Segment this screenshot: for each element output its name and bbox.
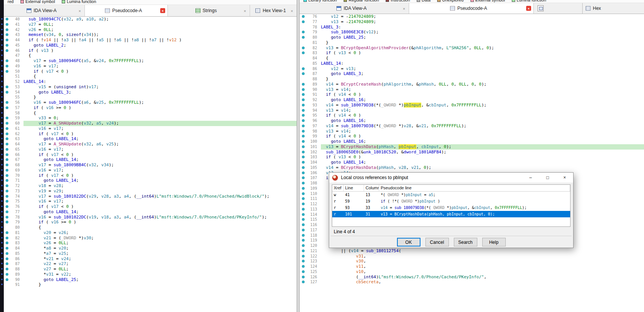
breakpoint-dot[interactable] [302, 36, 305, 39]
code-text[interactable]: goto LABEL_14; [23, 209, 297, 215]
breakpoint-dot[interactable] [6, 252, 8, 255]
tab-pseudocode-a[interactable]: Pseudocode-A× [85, 5, 168, 16]
code-text[interactable]: v13 = v14; [321, 87, 644, 92]
code-text[interactable]: v16 = v17; [23, 199, 297, 204]
code-text[interactable]: sub_180065DE0(&unk_18018C520, &dword_180… [321, 150, 644, 155]
breakpoint-dot[interactable] [6, 65, 8, 67]
xref-row[interactable]: r5919if ( !*(_QWORD *)pbInput ) [332, 198, 570, 204]
breakpoint-dot[interactable] [6, 273, 8, 276]
code-text[interactable]: v16 = v17; [23, 168, 297, 173]
breakpoint-dot[interactable] [302, 229, 305, 231]
breakpoint-dot[interactable] [302, 47, 305, 49]
code-text[interactable]: v10, [321, 269, 644, 275]
code-text[interactable]: if ( v16 >= 0 ) [23, 220, 297, 225]
breakpoint-dot[interactable] [6, 106, 8, 109]
code-text[interactable]: goto LABEL_2; [23, 43, 297, 48]
code-text[interactable]: if ( v17 < 0 ) [23, 204, 297, 209]
code-text[interactable]: v20 = v26; [23, 230, 297, 236]
breakpoint-dot[interactable] [6, 18, 8, 20]
breakpoint-dot[interactable] [6, 184, 8, 187]
breakpoint-dot[interactable] [302, 125, 305, 127]
breakpoint-dot[interactable] [6, 278, 8, 281]
xref-dialog-titlebar[interactable]: Local cross references to pbInput –□× [329, 173, 573, 183]
tab-close-button[interactable]: × [242, 8, 247, 13]
breakpoint-dot[interactable] [302, 172, 305, 174]
breakpoint-dot[interactable] [6, 70, 8, 73]
breakpoint-dot[interactable] [302, 20, 305, 23]
code-text[interactable]: } [23, 282, 297, 287]
code-text[interactable]: goto LABEL_25; [321, 35, 644, 40]
code-text[interactable]: v17 = sub_18009BB4C(v32, v34); [23, 162, 297, 168]
breakpoint-dot[interactable] [302, 182, 305, 184]
code-text[interactable]: v18 = v28; [23, 183, 297, 189]
help-button[interactable]: Help [482, 238, 506, 246]
breakpoint-dot[interactable] [6, 23, 8, 26]
breakpoint-dot[interactable] [6, 190, 8, 192]
code-text[interactable]: memset(v34, 0, sizeof(v34)); [23, 32, 297, 37]
code-text[interactable]: LABEL_3: [321, 25, 644, 30]
code-text[interactable]: { [23, 225, 297, 230]
code-text[interactable]: v19 = v29; [23, 189, 297, 194]
breakpoint-dot[interactable] [302, 250, 305, 252]
breakpoint-dot[interactable] [6, 127, 8, 130]
code-text[interactable]: goto LABEL_14; [23, 157, 297, 162]
breakpoint-dot[interactable] [302, 276, 305, 278]
code-text[interactable]: v26 = 0LL; [23, 240, 297, 246]
code-text[interactable]: if ( v17 < 0 ) [23, 173, 297, 178]
code-text[interactable]: v15 = (unsigned int)v17; [23, 84, 297, 90]
code-text[interactable]: v14 = BCryptCreateHash(phAlgorithm, &phH… [321, 82, 644, 87]
breakpoint-dot[interactable] [302, 166, 305, 169]
close-button[interactable]: × [556, 173, 573, 183]
breakpoint-dot[interactable] [6, 39, 8, 41]
breakpoint-dot[interactable] [6, 268, 8, 270]
breakpoint-dot[interactable] [6, 247, 8, 250]
tab-hex[interactable]: Hex [582, 3, 644, 14]
tab-close-button[interactable]: × [77, 8, 82, 13]
breakpoint-dot[interactable] [6, 133, 8, 135]
code-text[interactable]: v30, [321, 259, 644, 264]
code-text[interactable]: if ( v14 < 0 ) [321, 134, 644, 139]
code-text[interactable]: v13 = v14; [321, 129, 644, 134]
tab-ida-view-a[interactable]: IDA View-A× [4, 5, 85, 16]
detach-window-button[interactable] [538, 5, 544, 11]
breakpoint-dot[interactable] [302, 130, 305, 133]
minimize-button[interactable]: – [522, 173, 539, 183]
breakpoint-dot[interactable] [6, 91, 8, 94]
code-text[interactable]: v13 = v14; [321, 108, 644, 113]
code-text[interactable]: v21 = (_DWORD *)v30; [23, 236, 297, 241]
breakpoint-dot[interactable] [302, 145, 305, 148]
code-text[interactable]: goto LABEL_16; [321, 118, 644, 123]
code-text[interactable]: v14 = sub_180079D38(*(_QWORD *)pbInput, … [321, 103, 644, 108]
breakpoint-dot[interactable] [302, 98, 305, 101]
breakpoint-dot[interactable] [302, 161, 305, 164]
code-text[interactable]: LABEL_14: [23, 79, 297, 84]
xref-row[interactable]: r10131v13 = BCryptHashData(phHash, pbInp… [332, 211, 570, 217]
code-text[interactable]: goto LABEL_14; [321, 160, 644, 165]
tab-pseudocode-a[interactable]: Pseudocode-A× [409, 3, 534, 14]
code-text[interactable]: v33 = 0; [23, 115, 297, 121]
tab-strings[interactable]: Strings× [168, 5, 250, 16]
breakpoint-dot[interactable] [6, 237, 8, 239]
breakpoint-dot[interactable] [302, 255, 305, 257]
breakpoint-dot[interactable] [6, 216, 8, 218]
column-header-column[interactable]: Column [364, 185, 379, 191]
code-text[interactable]: { [321, 56, 644, 61]
ok-button[interactable]: OK [397, 238, 420, 246]
pseudocode-pane-left[interactable]: 40 sub_180094C7C(v32, a9, a10, a2);41 v2… [4, 17, 297, 312]
code-text[interactable]: if ( v14 < 0 ) [321, 92, 644, 97]
code-text[interactable]: { [23, 111, 297, 116]
tab-close-button[interactable]: × [160, 8, 165, 13]
code-text[interactable]: goto LABEL_3; [23, 90, 297, 95]
breakpoint-dot[interactable] [6, 231, 8, 234]
breakpoint-dot[interactable] [302, 234, 305, 237]
code-text[interactable]: v12 = v13; [321, 66, 644, 72]
code-text[interactable]: v13 = BCryptOpenAlgorithmProvider(&phAlg… [321, 45, 644, 51]
code-text[interactable]: v31, [321, 254, 644, 259]
column-header-line[interactable]: Line [344, 185, 364, 191]
code-text[interactable]: v27 = 0LL; [23, 267, 297, 272]
code-text[interactable]: v13 = -2147024809; [321, 19, 644, 25]
breakpoint-dot[interactable] [302, 203, 305, 205]
maximize-button[interactable]: □ [539, 173, 556, 183]
code-text[interactable]: *a7 = v25; [23, 251, 297, 256]
breakpoint-dot[interactable] [6, 44, 8, 47]
